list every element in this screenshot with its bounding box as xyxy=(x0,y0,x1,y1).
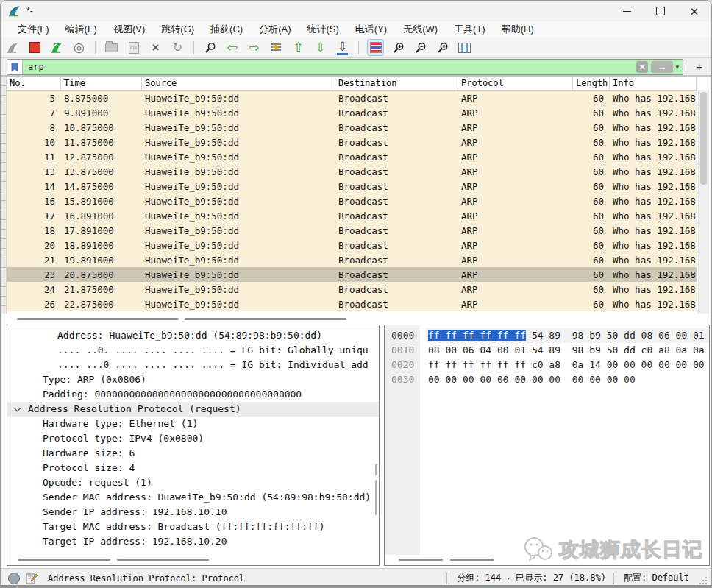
column-header[interactable]: Destination xyxy=(335,77,458,90)
detail-line[interactable]: Hardware size: 6 xyxy=(7,446,379,461)
packet-row[interactable]: 2119.891000HuaweiTe_b9:50:ddBroadcastARP… xyxy=(7,252,697,267)
packet-row[interactable]: 2421.875000HuaweiTe_b9:50:ddBroadcastARP… xyxy=(7,282,697,297)
packet-row[interactable]: 2018.891000HuaweiTe_b9:50:ddBroadcastARP… xyxy=(7,238,697,252)
packet-row[interactable]: 1716.891000HuaweiTe_b9:50:ddBroadcastARP… xyxy=(7,208,697,223)
menu-item[interactable]: 跳转(G) xyxy=(153,21,202,38)
go-back-button[interactable]: ⇦ xyxy=(224,40,240,55)
resize-columns-button[interactable] xyxy=(457,40,472,55)
display-filter-input[interactable]: arp ✕ → ▾ xyxy=(7,59,683,75)
menu-item[interactable]: 编辑(E) xyxy=(57,21,105,38)
close-button[interactable]: ✕ xyxy=(677,1,711,21)
detail-line[interactable]: .... ..0. .... .... .... .... = LG bit: … xyxy=(7,343,379,358)
details-vscroll-thumb[interactable] xyxy=(375,480,377,515)
hex-row[interactable]: 0020ff ff ff ff ff ff c0 a8 0a 14 00 00 … xyxy=(385,358,709,372)
column-header[interactable]: Info xyxy=(610,77,697,90)
packet-row[interactable]: 2622.875000HuaweiTe_b9:50:ddBroadcastARP… xyxy=(7,297,697,311)
go-forward-button[interactable]: ⇨ xyxy=(246,40,262,55)
column-header[interactable]: Protocol xyxy=(458,77,573,90)
column-header[interactable]: No. xyxy=(7,77,61,90)
detail-line[interactable]: Address: HuaweiTe_b9:50:dd (54:89:98:b9:… xyxy=(7,328,379,343)
capture-options-button[interactable]: ◎ xyxy=(71,40,87,55)
chevron-down-icon[interactable] xyxy=(14,405,21,412)
colorize-toggle-button[interactable] xyxy=(367,39,384,56)
packet-list-hscrollbar[interactable] xyxy=(185,318,346,320)
detail-line[interactable]: .... ...0 .... .... .... .... = IG bit: … xyxy=(7,358,379,372)
file-open-button[interactable] xyxy=(104,40,119,55)
packet-row[interactable]: 1112.875000HuaweiTe_b9:50:ddBroadcastARP… xyxy=(7,149,697,164)
filter-apply-button[interactable]: → xyxy=(651,61,673,73)
menu-item[interactable]: 帮助(H) xyxy=(494,21,542,38)
detail-line[interactable]: Sender MAC address: HuaweiTe_b9:50:dd (5… xyxy=(7,490,379,505)
menu-item[interactable]: 分析(A) xyxy=(251,21,299,38)
zoom-out-button[interactable] xyxy=(413,40,428,55)
detail-line[interactable]: Hardware type: Ethernet (1) xyxy=(7,417,379,431)
details-hscrollbar[interactable] xyxy=(18,559,110,561)
hex-hscrollbar[interactable] xyxy=(399,559,443,561)
capture-stop-button[interactable] xyxy=(27,40,43,55)
packet-list-hscrollbar[interactable] xyxy=(17,318,179,320)
packet-row[interactable]: 79.891000HuaweiTe_b9:50:ddBroadcastARP60… xyxy=(7,105,697,120)
hex-row[interactable]: 0000ff ff ff ff ff ff 54 89 98 b9 50 dd … xyxy=(385,328,709,343)
vscroll-thumb[interactable] xyxy=(700,92,707,185)
packet-row[interactable]: 1011.875000HuaweiTe_b9:50:ddBroadcastARP… xyxy=(7,135,697,149)
cell-no: 8 xyxy=(7,120,61,135)
go-to-bottom-button[interactable]: ⇩ xyxy=(335,40,350,55)
filter-add-button[interactable]: + xyxy=(696,60,702,73)
status-profile[interactable]: 配置: Default xyxy=(624,572,689,584)
details-vscroll-thumb[interactable] xyxy=(375,464,377,475)
packet-row[interactable]: 810.875000HuaweiTe_b9:50:ddBroadcastARP6… xyxy=(7,120,697,135)
zoom-in-button[interactable] xyxy=(391,40,406,55)
cell-no: 13 xyxy=(7,164,61,179)
hex-selected-bytes: ff ff ff ff ff ff xyxy=(428,330,526,341)
find-packet-button[interactable] xyxy=(202,40,218,55)
go-down-button[interactable]: ⇩ xyxy=(313,40,328,55)
packet-minimap-scrollbar[interactable] xyxy=(1,77,7,314)
packet-row[interactable]: 1615.891000HuaweiTe_b9:50:ddBroadcastARP… xyxy=(7,194,697,208)
packet-row[interactable]: 2320.875000HuaweiTe_b9:50:ddBroadcastARP… xyxy=(7,267,697,282)
zoom-reset-button[interactable] xyxy=(435,40,450,55)
menu-item[interactable]: 文件(F) xyxy=(10,21,57,38)
detail-line[interactable]: Target MAC address: Broadcast (ff:ff:ff:… xyxy=(7,520,379,534)
column-header[interactable]: Time xyxy=(61,77,142,90)
packet-row[interactable]: 58.875000HuaweiTe_b9:50:ddBroadcastARP60… xyxy=(7,91,697,105)
packet-row[interactable]: 1414.875000HuaweiTe_b9:50:ddBroadcastARP… xyxy=(7,179,697,194)
menu-item[interactable]: 捕获(C) xyxy=(202,21,251,38)
menu-item[interactable]: 统计(S) xyxy=(299,21,346,38)
detail-line[interactable]: Protocol size: 4 xyxy=(7,461,379,475)
minimize-button[interactable] xyxy=(610,1,644,21)
detail-line[interactable]: Padding: 0000000000000000000000000000000… xyxy=(7,387,379,402)
menu-item[interactable]: 视图(V) xyxy=(105,21,153,38)
hex-hscrollbar[interactable] xyxy=(450,559,494,561)
go-up-button[interactable]: ⇧ xyxy=(291,40,306,55)
detail-line[interactable]: Address Resolution Protocol (request) xyxy=(7,402,379,417)
reload-button[interactable]: ↻ xyxy=(170,40,185,55)
menu-item[interactable]: 无线(W) xyxy=(395,21,446,38)
column-header[interactable]: Length xyxy=(573,77,610,90)
filter-bookmark-button[interactable] xyxy=(7,60,23,74)
menu-item[interactable]: 工具(T) xyxy=(446,21,494,38)
detail-line[interactable]: Protocol type: IPv4 (0x0800) xyxy=(7,431,379,446)
packet-row[interactable]: 1817.891000HuaweiTe_b9:50:ddBroadcastARP… xyxy=(7,223,697,238)
hex-row[interactable]: 003000 00 00 00 00 00 00 00 00 00 00 00 xyxy=(385,372,709,387)
file-close-button[interactable]: × xyxy=(148,40,163,55)
file-save-button[interactable]: 010 xyxy=(126,40,141,55)
hex-row[interactable]: 001008 00 06 04 00 01 54 89 98 b9 50 dd … xyxy=(385,343,709,358)
go-to-packet-button[interactable] xyxy=(268,40,284,55)
detail-line[interactable]: Target IP address: 192.168.10.20 xyxy=(7,534,379,549)
capture-restart-button[interactable] xyxy=(49,40,65,55)
detail-line[interactable]: Type: ARP (0x0806) xyxy=(7,372,379,387)
filter-clear-button[interactable]: ✕ xyxy=(636,61,648,73)
packet-list-vscrollbar[interactable] xyxy=(698,90,709,314)
expert-info-icon[interactable] xyxy=(8,573,20,584)
detail-line[interactable]: Opcode: request (1) xyxy=(7,475,379,490)
maximize-button[interactable] xyxy=(644,1,677,21)
resize-grip[interactable] xyxy=(698,575,708,586)
detail-line[interactable]: Sender IP address: 192.168.10.10 xyxy=(7,505,379,520)
packet-row[interactable]: 1313.875000HuaweiTe_b9:50:ddBroadcastARP… xyxy=(7,164,697,179)
capture-start-button[interactable] xyxy=(5,40,21,55)
menu-item[interactable]: 电话(Y) xyxy=(347,21,395,38)
filter-dropdown-caret[interactable]: ▾ xyxy=(675,63,679,71)
capture-comment-icon[interactable] xyxy=(26,573,38,584)
column-header[interactable]: Source xyxy=(142,77,335,90)
details-hscrollbar[interactable] xyxy=(117,559,209,561)
